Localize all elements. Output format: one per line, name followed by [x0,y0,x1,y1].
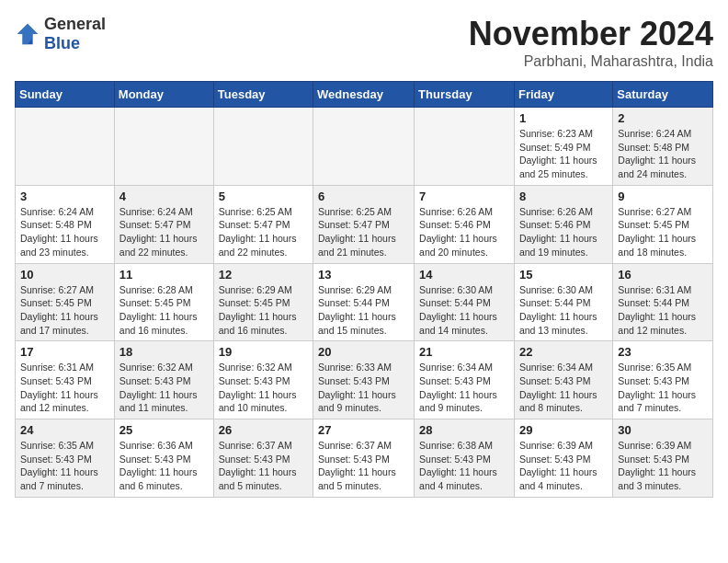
calendar-cell: 7Sunrise: 6:26 AM Sunset: 5:46 PM Daylig… [415,185,515,263]
calendar-cell: 14Sunrise: 6:30 AM Sunset: 5:44 PM Dayli… [415,263,515,341]
calendar-cell: 24Sunrise: 6:35 AM Sunset: 5:43 PM Dayli… [16,419,115,498]
day-number: 22 [519,345,608,359]
calendar-week-2: 10Sunrise: 6:27 AM Sunset: 5:45 PM Dayli… [16,263,713,341]
day-number: 1 [519,111,608,125]
day-number: 17 [20,345,109,359]
day-number: 5 [219,190,308,203]
calendar-cell: 5Sunrise: 6:25 AM Sunset: 5:47 PM Daylig… [213,185,313,263]
calendar-cell: 28Sunrise: 6:38 AM Sunset: 5:43 PM Dayli… [415,419,515,498]
title-area: November 2024 Parbhani, Maharashtra, Ind… [469,15,713,70]
weekday-header-saturday: Saturday [613,82,713,108]
day-number: 8 [519,190,608,203]
calendar-cell: 8Sunrise: 6:26 AM Sunset: 5:46 PM Daylig… [514,185,612,263]
calendar-cell: 9Sunrise: 6:27 AM Sunset: 5:45 PM Daylig… [613,185,713,263]
day-info: Sunrise: 6:24 AM Sunset: 5:48 PM Dayligh… [20,205,109,259]
logo-icon [15,21,40,47]
day-info: Sunrise: 6:31 AM Sunset: 5:43 PM Dayligh… [20,361,109,415]
day-number: 10 [20,268,109,282]
calendar-cell: 23Sunrise: 6:35 AM Sunset: 5:43 PM Dayli… [613,341,713,419]
calendar-cell: 19Sunrise: 6:32 AM Sunset: 5:43 PM Dayli… [213,341,313,419]
weekday-header-thursday: Thursday [415,82,515,108]
day-info: Sunrise: 6:39 AM Sunset: 5:43 PM Dayligh… [519,439,608,493]
location-title: Parbhani, Maharashtra, India [469,53,713,70]
calendar-cell: 26Sunrise: 6:37 AM Sunset: 5:43 PM Dayli… [213,419,313,498]
calendar-cell: 2Sunrise: 6:24 AM Sunset: 5:48 PM Daylig… [613,108,713,186]
weekday-header-sunday: Sunday [16,82,115,108]
calendar-cell: 3Sunrise: 6:24 AM Sunset: 5:48 PM Daylig… [16,185,115,263]
calendar-cell: 4Sunrise: 6:24 AM Sunset: 5:47 PM Daylig… [114,185,213,263]
calendar-cell: 1Sunrise: 6:23 AM Sunset: 5:49 PM Daylig… [514,108,612,186]
calendar-cell: 20Sunrise: 6:33 AM Sunset: 5:43 PM Dayli… [313,341,415,419]
day-info: Sunrise: 6:34 AM Sunset: 5:43 PM Dayligh… [419,361,509,415]
day-number: 20 [318,345,409,359]
calendar-week-1: 3Sunrise: 6:24 AM Sunset: 5:48 PM Daylig… [16,185,713,263]
day-info: Sunrise: 6:27 AM Sunset: 5:45 PM Dayligh… [20,283,109,338]
calendar-table: SundayMondayTuesdayWednesdayThursdayFrid… [15,81,713,498]
calendar-cell: 17Sunrise: 6:31 AM Sunset: 5:43 PM Dayli… [16,341,115,419]
day-info: Sunrise: 6:29 AM Sunset: 5:44 PM Dayligh… [318,283,409,338]
day-number: 27 [318,423,409,437]
logo: General Blue [15,15,106,53]
calendar-cell: 22Sunrise: 6:34 AM Sunset: 5:43 PM Dayli… [514,341,612,419]
weekday-header-wednesday: Wednesday [313,82,415,108]
logo-general: General [44,15,106,33]
day-info: Sunrise: 6:37 AM Sunset: 5:43 PM Dayligh… [219,439,308,493]
day-info: Sunrise: 6:25 AM Sunset: 5:47 PM Dayligh… [318,205,409,259]
day-info: Sunrise: 6:32 AM Sunset: 5:43 PM Dayligh… [219,361,308,415]
day-info: Sunrise: 6:39 AM Sunset: 5:43 PM Dayligh… [618,439,708,493]
day-info: Sunrise: 6:26 AM Sunset: 5:46 PM Dayligh… [519,205,608,259]
day-number: 21 [419,345,509,359]
calendar-week-3: 17Sunrise: 6:31 AM Sunset: 5:43 PM Dayli… [16,341,713,419]
day-number: 18 [119,345,209,359]
calendar-week-0: 1Sunrise: 6:23 AM Sunset: 5:49 PM Daylig… [16,108,713,186]
day-info: Sunrise: 6:31 AM Sunset: 5:44 PM Dayligh… [618,283,708,338]
calendar-cell [16,108,115,186]
day-info: Sunrise: 6:30 AM Sunset: 5:44 PM Dayligh… [419,283,509,338]
logo-blue: Blue [44,34,80,52]
calendar-cell [313,108,415,186]
calendar-cell: 27Sunrise: 6:37 AM Sunset: 5:43 PM Dayli… [313,419,415,498]
day-number: 6 [318,190,409,203]
day-info: Sunrise: 6:35 AM Sunset: 5:43 PM Dayligh… [20,439,109,493]
day-number: 29 [519,423,608,437]
day-info: Sunrise: 6:37 AM Sunset: 5:43 PM Dayligh… [318,439,409,493]
weekday-header-friday: Friday [514,82,612,108]
calendar-cell: 10Sunrise: 6:27 AM Sunset: 5:45 PM Dayli… [16,263,115,341]
day-info: Sunrise: 6:33 AM Sunset: 5:43 PM Dayligh… [318,361,409,415]
calendar-cell: 21Sunrise: 6:34 AM Sunset: 5:43 PM Dayli… [415,341,515,419]
day-info: Sunrise: 6:26 AM Sunset: 5:46 PM Dayligh… [419,205,509,259]
calendar-cell: 12Sunrise: 6:29 AM Sunset: 5:45 PM Dayli… [213,263,313,341]
day-number: 4 [119,190,209,203]
day-number: 23 [618,345,708,359]
calendar-cell: 29Sunrise: 6:39 AM Sunset: 5:43 PM Dayli… [514,419,612,498]
day-info: Sunrise: 6:24 AM Sunset: 5:48 PM Dayligh… [618,127,708,181]
month-title: November 2024 [469,15,713,53]
calendar-cell: 15Sunrise: 6:30 AM Sunset: 5:44 PM Dayli… [514,263,612,341]
day-number: 11 [119,268,209,282]
calendar-cell [213,108,313,186]
day-info: Sunrise: 6:24 AM Sunset: 5:47 PM Dayligh… [119,205,209,259]
day-number: 2 [618,111,708,125]
day-number: 26 [219,423,308,437]
day-number: 25 [119,423,209,437]
calendar-cell: 11Sunrise: 6:28 AM Sunset: 5:45 PM Dayli… [114,263,213,341]
day-info: Sunrise: 6:32 AM Sunset: 5:43 PM Dayligh… [119,361,209,415]
header: General Blue November 2024 Parbhani, Mah… [15,15,713,70]
day-number: 14 [419,268,509,282]
day-number: 16 [618,268,708,282]
calendar-cell: 13Sunrise: 6:29 AM Sunset: 5:44 PM Dayli… [313,263,415,341]
calendar-cell [415,108,515,186]
day-number: 13 [318,268,409,282]
calendar-cell: 6Sunrise: 6:25 AM Sunset: 5:47 PM Daylig… [313,185,415,263]
day-info: Sunrise: 6:27 AM Sunset: 5:45 PM Dayligh… [618,205,708,259]
calendar-week-4: 24Sunrise: 6:35 AM Sunset: 5:43 PM Dayli… [16,419,713,498]
day-number: 28 [419,423,509,437]
weekday-header-monday: Monday [114,82,213,108]
day-info: Sunrise: 6:38 AM Sunset: 5:43 PM Dayligh… [419,439,509,493]
day-info: Sunrise: 6:25 AM Sunset: 5:47 PM Dayligh… [219,205,308,259]
day-number: 9 [618,190,708,203]
day-info: Sunrise: 6:28 AM Sunset: 5:45 PM Dayligh… [119,283,209,338]
day-number: 7 [419,190,509,203]
day-number: 19 [219,345,308,359]
day-number: 3 [20,190,109,203]
